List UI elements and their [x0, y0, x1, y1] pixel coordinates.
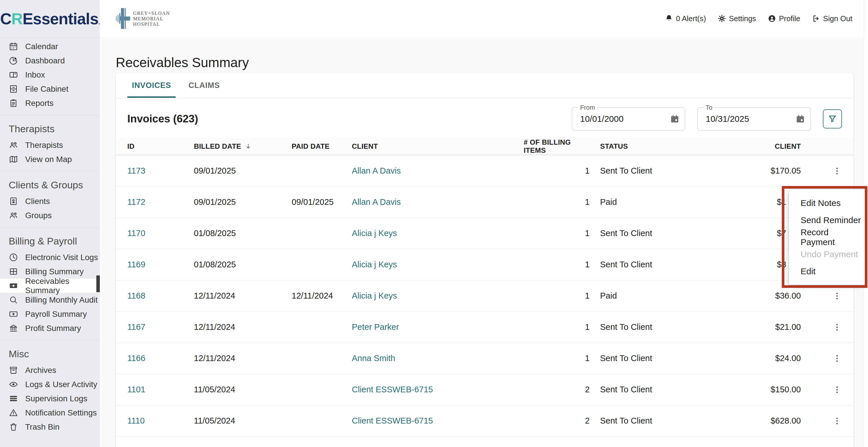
- inbox-icon: [9, 70, 18, 79]
- from-date-input[interactable]: [572, 114, 668, 124]
- tab-claims[interactable]: CLAIMS: [184, 73, 224, 98]
- status-cell: Paid: [590, 197, 718, 207]
- sidebar-item-groups[interactable]: Groups: [0, 208, 100, 222]
- app-logo[interactable]: CREssentials.: [0, 0, 100, 38]
- invoice-id-link[interactable]: 1170: [127, 229, 194, 238]
- to-date-input[interactable]: [698, 114, 793, 124]
- tab-invoices[interactable]: INVOICES: [127, 73, 176, 98]
- column-header-client[interactable]: CLIENT: [352, 142, 524, 151]
- sidebar-section-header: Clients & Groups: [0, 173, 100, 194]
- sidebar-item-archives[interactable]: Archives: [0, 363, 100, 377]
- invoice-id-link[interactable]: 1167: [127, 322, 194, 332]
- to-date-field[interactable]: To: [697, 107, 811, 130]
- client-link[interactable]: Client ESSWEB-6715: [352, 385, 524, 394]
- column-header-paid-date[interactable]: PAID DATE: [292, 142, 352, 151]
- sidebar-item-label: Groups: [25, 211, 52, 220]
- sidebar: CREssentials. CalendarDashboardInboxFile…: [0, 0, 100, 447]
- sidebar-item-dashboard[interactable]: Dashboard: [0, 54, 100, 68]
- invoice-id-link[interactable]: 1166: [127, 354, 194, 363]
- sidebar-item-trash-bin[interactable]: Trash Bin: [0, 420, 100, 434]
- menu-item-edit[interactable]: Edit: [789, 263, 865, 280]
- app-logo-text: CREssentials.: [0, 9, 99, 28]
- column-header-label: BILLED DATE: [194, 142, 241, 151]
- column-header-status[interactable]: STATUS: [590, 142, 718, 151]
- column-header-billed-date[interactable]: BILLED DATE: [194, 142, 292, 151]
- settings-button[interactable]: Settings: [717, 14, 756, 23]
- client-link[interactable]: Alicia j Keys: [352, 229, 524, 238]
- sidebar-item-notification-settings[interactable]: Notification Settings: [0, 406, 100, 420]
- sidebar-item-supervision-logs[interactable]: Supervision Logs: [0, 391, 100, 406]
- menu-item-record-payment[interactable]: Record Payment: [789, 229, 865, 246]
- receivables-card: INVOICESCLAIMS Invoices (623) From To ID…: [116, 73, 854, 447]
- sidebar-item-therapists[interactable]: Therapists: [0, 138, 100, 152]
- menu-item-send-reminder[interactable]: Send Reminder: [789, 212, 865, 229]
- sidebar-item-view-on-map[interactable]: View on Map: [0, 152, 100, 166]
- sidebar-item-payroll-summary[interactable]: Payroll Summary: [0, 307, 100, 321]
- row-actions-kebab-button[interactable]: [832, 290, 842, 302]
- client-link[interactable]: Alicia j Keys: [352, 260, 524, 269]
- client-link[interactable]: Allan A Davis: [352, 166, 524, 175]
- amount-cell: $170.05: [718, 166, 801, 175]
- row-actions-kebab-button[interactable]: [832, 165, 842, 177]
- sort-descending-icon[interactable]: [245, 142, 252, 150]
- invoice-id-link[interactable]: 1168: [127, 291, 194, 300]
- billed-date-cell: 12/11/2024: [194, 354, 292, 363]
- menu-item-undo-payment: Undo Payment: [789, 246, 865, 263]
- sidebar-scrollbar-thumb[interactable]: [96, 276, 100, 292]
- sign-out-button[interactable]: Sign Out: [812, 14, 852, 23]
- sidebar-item-label: Therapists: [25, 140, 63, 150]
- status-cell: Sent To Client: [590, 260, 718, 269]
- alerts-button[interactable]: 0 Alert(s): [664, 14, 706, 23]
- funnel-icon: [828, 114, 837, 124]
- calendar-picker-icon[interactable]: [670, 114, 680, 124]
- client-link[interactable]: Peter Parker: [352, 322, 524, 332]
- invoice-id-link[interactable]: 1110: [127, 416, 194, 425]
- sidebar-item-profit-summary[interactable]: Profit Summary: [0, 321, 100, 335]
- sidebar-item-electronic-visit-logs[interactable]: Electronic Visit Logs: [0, 250, 100, 264]
- filter-button[interactable]: [823, 109, 842, 128]
- column-header-client-amount[interactable]: CLIENT: [718, 142, 801, 151]
- archive-icon: [9, 365, 18, 375]
- invoice-id-link[interactable]: 1173: [127, 166, 194, 175]
- sidebar-section-misc: MiscArchivesLogs & User ActivitySupervis…: [0, 340, 100, 439]
- table-header-row: IDBILLED DATEPAID DATECLIENT# OF BILLING…: [116, 138, 854, 155]
- client-link[interactable]: Allan A Davis: [352, 197, 524, 207]
- sidebar-item-label: View on Map: [25, 155, 72, 164]
- column-header-id[interactable]: ID: [127, 142, 194, 151]
- amount-cell: $21.00: [718, 322, 801, 332]
- invoice-id-link[interactable]: 1172: [127, 197, 194, 207]
- row-actions-kebab-button[interactable]: [832, 321, 842, 333]
- hospital-logo: GREY+SLOAN MEMORIAL HOSPITAL: [116, 8, 170, 29]
- sidebar-item-label: File Cabinet: [25, 85, 68, 94]
- calendar-picker-icon[interactable]: [795, 114, 805, 124]
- alerts-label: 0 Alert(s): [676, 14, 706, 23]
- from-date-field[interactable]: From: [572, 107, 685, 130]
- sidebar-item-clients[interactable]: Clients: [0, 194, 100, 208]
- sidebar-item-file-cabinet[interactable]: File Cabinet: [0, 82, 100, 96]
- row-actions-kebab-button[interactable]: [832, 384, 842, 395]
- sidebar-item-receivables-summary[interactable]: Receivables Summary: [0, 279, 100, 293]
- invoice-id-link[interactable]: 1101: [127, 385, 194, 394]
- client-link[interactable]: Alicia j Keys: [352, 291, 524, 300]
- sidebar-item-label: Notification Settings: [25, 408, 97, 417]
- menu-item-edit-notes[interactable]: Edit Notes: [789, 194, 865, 212]
- billed-date-cell: 11/05/2024: [194, 416, 292, 425]
- sidebar-item-label: Inbox: [25, 70, 45, 79]
- client-link[interactable]: Anna Smith: [352, 354, 524, 363]
- billed-date-cell: 09/01/2025: [194, 197, 292, 207]
- date-filters: From To: [572, 107, 842, 130]
- status-cell: Sent To Client: [590, 322, 718, 332]
- client-link[interactable]: Client ESSWEB-6715: [352, 416, 524, 425]
- sidebar-item-reports[interactable]: Reports: [0, 96, 100, 110]
- row-actions-kebab-button[interactable]: [832, 415, 842, 427]
- row-actions-kebab-button[interactable]: [832, 353, 842, 364]
- invoice-row-1167: 116712/11/2024Peter Parker1Sent To Clien…: [116, 312, 854, 343]
- sidebar-item-logs-user-activity[interactable]: Logs & User Activity: [0, 377, 100, 391]
- profile-button[interactable]: Profile: [768, 14, 800, 23]
- sidebar-item-label: Archives: [25, 366, 56, 375]
- sidebar-item-calendar[interactable]: Calendar: [0, 39, 100, 54]
- invoice-id-link[interactable]: 1169: [127, 260, 194, 269]
- sidebar-item-inbox[interactable]: Inbox: [0, 68, 100, 82]
- invoices-panel-header: Invoices (623) From To: [116, 98, 854, 138]
- column-header-of-billing-items[interactable]: # OF BILLING ITEMS: [524, 138, 590, 155]
